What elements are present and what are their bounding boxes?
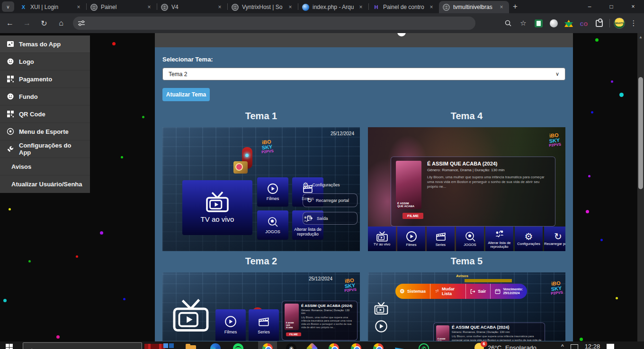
preview-date: 25/12/2024 [331,131,354,136]
forward-button[interactable]: → [20,16,34,30]
tray-window-icon[interactable] [571,344,578,349]
menu-saida[interactable]: Saída [303,212,358,225]
theme-preview-tema4[interactable]: iBO SKY P2PVS É ASSIM QUE ACABA É ASSIM … [368,127,565,251]
topbar-sair[interactable]: Sair [465,284,490,299]
bookmark-star-icon[interactable]: ☆ [517,17,530,30]
profile-avatar[interactable]: WHATS [614,17,625,29]
minimize-button[interactable]: – [579,0,600,13]
tab-close-icon[interactable]: × [357,4,365,10]
tiles-app-icon[interactable] [163,343,175,349]
menu-configuracoes[interactable]: ⚙ Configurações [303,181,358,189]
browser-tab[interactable]: X XUI | Login × [16,1,86,13]
theme-title: Tema 1 [162,106,360,127]
taskbar-search-box[interactable] [23,342,142,349]
topbar-sistemas[interactable]: ⚙ Sistemas [395,284,430,299]
taskbar-clock[interactable]: 12:28 [585,343,600,349]
nav-jogos[interactable]: JOGOS [456,227,484,251]
tray-chevron-icon[interactable]: ^ [561,343,564,349]
browser-tab[interactable]: VyntrixHost | So × [228,1,298,13]
soccer-ball-icon [465,231,476,242]
new-tab-button[interactable]: + [513,2,518,11]
maximize-button[interactable]: □ [600,0,622,13]
browser-menu-icon[interactable]: ⋮ [627,17,640,30]
link-extension-icon[interactable]: co [577,17,590,30]
sidebar-item-label: Atualizar Usuário/Senha [11,181,82,188]
scroll-up-arrow[interactable]: ▲ [637,35,644,39]
close-button[interactable]: × [622,0,644,13]
file-explorer-icon[interactable] [186,343,197,349]
browser-tab[interactable]: index.php - Arqu × [298,1,368,13]
tab-close-icon[interactable]: × [75,4,82,10]
tile-tv-ao-vivo[interactable]: TV ao vivo [182,180,252,235]
topbar-mudar-lista[interactable]: Mudar Lista [430,284,465,299]
sidebar-item-configuracoes-do-app[interactable]: Configurações do App [0,140,90,158]
telegram-icon[interactable] [396,343,407,349]
tile-filmes[interactable]: Filmes [257,177,288,207]
start-button[interactable] [6,344,13,349]
tab-close-icon[interactable]: × [498,4,505,10]
chrome-profile2-icon[interactable] [329,343,340,349]
menu-recarregar-portal[interactable]: ↻ Recarregar portal [303,193,358,207]
gray-extension-icon[interactable] [547,17,560,30]
tile-filmes[interactable]: Filmes [215,309,246,341]
taskbar-weather[interactable]: 6 26°C Ensolarado [474,343,537,349]
whatsapp-icon[interactable]: ✆ [419,343,430,349]
chrome-profile3-icon[interactable] [351,343,362,349]
chrome-profile4-icon[interactable] [373,343,385,349]
nav-series[interactable]: Series [427,227,455,251]
nav-alterar-lista[interactable]: Alterar lista de reprodução [485,227,513,251]
sidebar-item-qr-code[interactable]: QR Code [0,105,90,123]
sidebar-item-logo[interactable]: Logo [0,53,90,70]
theme-preview-tema2[interactable]: 25/12/2024 iBO SKY P2PVS Filmes [162,272,360,341]
sidebar-item-pagamento[interactable]: Pagamento [0,70,90,88]
tab-close-icon[interactable]: × [428,4,435,10]
extensions-puzzle-icon[interactable] [592,17,606,30]
diamond-app-icon[interactable] [307,343,318,349]
tile-jogos[interactable]: JOGOS [257,210,288,240]
home-button[interactable]: ⌂ [54,16,68,30]
tile-series[interactable]: Series [249,309,279,341]
scrollbar-thumb[interactable] [638,77,643,189]
sidebar-item-menu-de-esporte[interactable]: Menu de Esporte [0,123,90,140]
sidebar-item-fundo[interactable]: Fundo [0,88,90,105]
spotify-icon[interactable] [233,343,244,349]
theme-preview-tema5[interactable]: Avisos ⚙ Sistemas Mudar Lista [368,272,565,341]
tab-close-icon[interactable]: × [145,4,153,10]
theme-preview-tema1[interactable]: 25/12/2024 iBO SKY P2PVS TV ao vivo [162,127,360,251]
sidebar-item-avisos[interactable]: Avisos [0,158,90,175]
tab-close-icon[interactable]: × [216,4,224,10]
address-bar[interactable] [73,17,475,30]
nav-label: Series [436,243,446,247]
ibo-sky-logo: iBO SKY P2PVS [343,278,357,293]
nav-tv-ao-vivo[interactable]: TV ao vivo [368,227,396,251]
browser-tab[interactable]: H Painel de contro × [369,1,439,13]
chatgpt-icon[interactable]: ✳ [286,343,297,349]
notification-center-icon[interactable] [607,344,614,349]
update-theme-button[interactable]: Atualizar Tema [162,88,210,101]
vencimento-label: Vencimento: [503,288,523,291]
nav-filmes[interactable]: Filmes [397,227,425,251]
edge-icon[interactable] [210,343,222,349]
chevron-down-icon: ∨ [555,71,559,77]
news-widget-thumbnail[interactable] [144,344,165,349]
theme-select[interactable]: Tema 2 ∨ [162,68,565,80]
gear-icon: ⚙ [525,232,533,241]
page-scrollbar[interactable]: ▲ [637,33,644,341]
sheets-extension-icon[interactable] [532,17,545,30]
browser-tab-active[interactable]: tvmultinivelbras × [439,1,509,13]
reload-button[interactable]: ↻ [37,16,51,30]
exit-icon [307,215,313,221]
nav-recarregar-portal[interactable]: ↻ Recarregar portal [544,227,565,251]
back-button[interactable]: ← [3,16,17,30]
browser-tab[interactable]: V4 × [157,1,227,13]
nav-configuracoes[interactable]: ⚙ Configurações [515,227,543,251]
sidebar-item-temas-do-app[interactable]: Temas do App [0,35,90,53]
tab-search-button[interactable]: ∨ [2,1,14,12]
drive-extension-icon[interactable] [562,17,575,30]
tab-close-icon[interactable]: × [286,4,294,10]
browser-tab[interactable]: Painel × [87,1,157,13]
chrome-active-icon[interactable] [262,343,274,349]
window-controls: – □ × [579,0,644,13]
find-icon[interactable] [501,17,515,30]
sidebar-item-atualizar-usuario-senha[interactable]: Atualizar Usuário/Senha [0,175,90,193]
